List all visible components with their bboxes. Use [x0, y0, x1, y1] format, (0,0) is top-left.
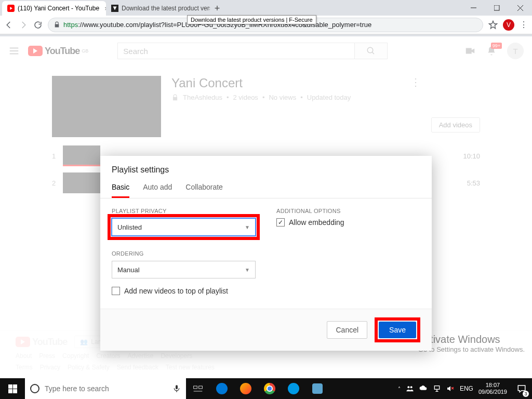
- playlist-settings-modal: Playlist settings Basic Auto add Collabo…: [100, 156, 432, 351]
- action-center-icon[interactable]: 3: [512, 378, 531, 399]
- footer-link[interactable]: Send feedback: [117, 364, 158, 371]
- cancel-button[interactable]: Cancel: [327, 321, 367, 339]
- task-view-icon[interactable]: [186, 378, 210, 399]
- youtube-play-icon: [28, 46, 43, 56]
- svg-rect-12: [194, 386, 197, 389]
- taskbar-clock[interactable]: 18:07 09/06/2019: [478, 382, 507, 395]
- youtube-header: YouTube GB 99+ T: [0, 36, 532, 65]
- select-value: Unlisted: [117, 223, 142, 231]
- nav-back-button[interactable]: [4, 20, 14, 30]
- tab-basic[interactable]: Basic: [112, 183, 129, 198]
- highlight-save: Save: [375, 317, 420, 342]
- camera-icon[interactable]: [464, 45, 476, 57]
- account-avatar[interactable]: T: [507, 43, 524, 59]
- svg-point-15: [407, 386, 409, 388]
- youtube-favicon-icon: [7, 5, 15, 12]
- chrome-menu-button[interactable]: ⋮: [520, 20, 528, 30]
- taskbar-app-icon[interactable]: [234, 378, 258, 399]
- search-button[interactable]: [354, 43, 388, 59]
- checkbox-label: Allow embedding: [289, 218, 344, 227]
- volume-muted-icon[interactable]: [446, 384, 455, 393]
- browser-tab[interactable]: Download the latest product vers ×: [106, 1, 210, 16]
- svg-line-10: [373, 52, 375, 54]
- taskbar-edge-icon[interactable]: [282, 378, 305, 399]
- notifications-icon[interactable]: 99+: [486, 46, 497, 56]
- hamburger-menu-icon[interactable]: [8, 45, 20, 57]
- tab-auto-add[interactable]: Auto add: [143, 183, 172, 198]
- start-button[interactable]: [0, 378, 25, 399]
- taskbar-app-icon[interactable]: [210, 378, 234, 399]
- highlight-privacy: Unlisted ▼: [108, 214, 260, 240]
- onedrive-icon[interactable]: [419, 385, 428, 392]
- language-indicator[interactable]: ENG: [460, 385, 473, 392]
- notification-count: 99+: [491, 43, 502, 49]
- window-maximize-button[interactable]: [485, 0, 509, 16]
- notification-count: 3: [523, 391, 529, 397]
- windows-logo-icon: [8, 384, 17, 393]
- window-close-button[interactable]: [509, 0, 532, 16]
- tab-title: Download the latest product vers: [122, 5, 210, 12]
- additional-options-label: ADDITIONAL OPTIONS: [276, 208, 420, 214]
- tray-overflow-icon[interactable]: ˄: [398, 386, 401, 392]
- playlist-privacy-select[interactable]: Unlisted ▼: [112, 218, 256, 236]
- footer-link[interactable]: Terms: [16, 364, 33, 371]
- chevron-down-icon: ▼: [245, 267, 250, 273]
- chrome-profile-avatar[interactable]: V: [503, 19, 514, 31]
- playlist-ordering-select[interactable]: Manual ▼: [112, 261, 256, 278]
- search-input[interactable]: [117, 43, 354, 59]
- cortana-icon: [30, 384, 39, 393]
- window-minimize-button[interactable]: [462, 0, 485, 16]
- lock-icon: [54, 21, 60, 28]
- tab-tooltip: Download the latest product versions | F…: [187, 15, 316, 24]
- taskbar-app-icon[interactable]: [305, 378, 329, 399]
- svg-point-9: [368, 47, 374, 53]
- taskbar-search[interactable]: [25, 378, 186, 399]
- chevron-down-icon: ▼: [245, 224, 250, 230]
- tab-title: (110) Yani Concert - YouTube: [18, 5, 99, 12]
- footer-link[interactable]: Policy & Safety: [68, 364, 110, 371]
- footer-link[interactable]: Test new features: [166, 364, 215, 371]
- select-value: Manual: [117, 266, 140, 274]
- url-scheme: https: [63, 21, 78, 29]
- browser-tab-active[interactable]: (110) Yani Concert - YouTube ×: [2, 1, 106, 16]
- fsecure-favicon-icon: [111, 5, 118, 12]
- playlist-settings-overlay: Playlist settings Basic Auto add Collabo…: [0, 73, 532, 357]
- nav-reload-button[interactable]: [33, 20, 43, 30]
- svg-rect-11: [176, 385, 178, 389]
- checkbox-label: Add new videos to top of playlist: [124, 287, 228, 295]
- svg-rect-3: [494, 5, 499, 10]
- people-icon[interactable]: [406, 384, 414, 393]
- tab-collaborate[interactable]: Collaborate: [185, 183, 223, 198]
- save-button[interactable]: Save: [379, 322, 416, 338]
- region-code: GB: [82, 48, 88, 54]
- nav-forward-button[interactable]: [19, 20, 28, 30]
- bookmark-star-icon[interactable]: [488, 20, 498, 30]
- new-tab-button[interactable]: +: [210, 1, 224, 16]
- youtube-search: [117, 43, 388, 59]
- network-icon[interactable]: [433, 384, 441, 393]
- taskbar-search-input[interactable]: [45, 384, 167, 393]
- privacy-label: PLAYLIST PRIVACY: [112, 208, 256, 214]
- allow-embedding-checkbox[interactable]: [276, 218, 285, 227]
- modal-title: Playlist settings: [112, 165, 420, 175]
- windows-taskbar: ˄ ENG 18:07 09/06/2019 3: [0, 378, 532, 399]
- taskbar-chrome-icon[interactable]: [258, 378, 282, 399]
- youtube-logo[interactable]: YouTube GB: [28, 46, 88, 57]
- svg-point-16: [410, 386, 413, 388]
- ordering-label: ORDERING: [112, 250, 256, 257]
- add-to-top-checkbox[interactable]: [112, 287, 120, 295]
- footer-link[interactable]: Privacy: [40, 364, 60, 371]
- svg-rect-13: [199, 386, 203, 389]
- mic-icon[interactable]: [172, 384, 181, 393]
- svg-rect-17: [434, 386, 439, 390]
